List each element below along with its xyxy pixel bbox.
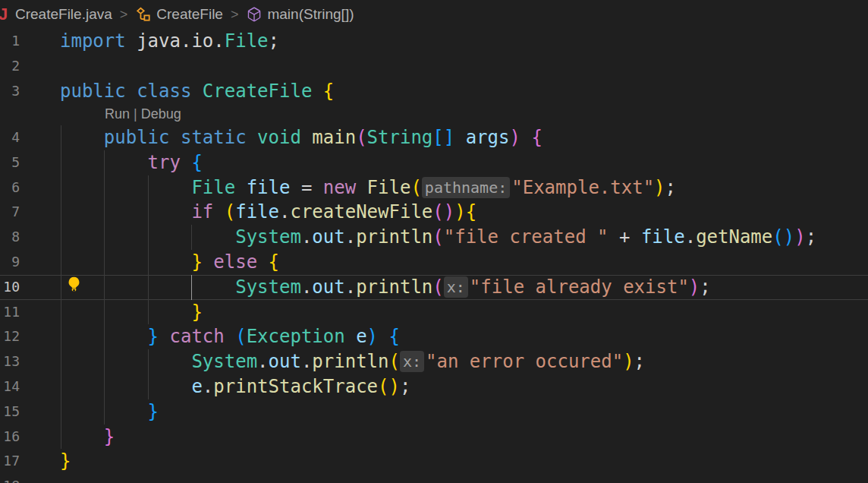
line-number: 16: [0, 425, 20, 450]
line-number: 17: [0, 449, 20, 474]
token-plain: .: [257, 351, 268, 372]
code-line: 5 try {: [0, 150, 868, 175]
code-text[interactable]: } else {: [60, 250, 279, 275]
codelens-separator: |: [130, 106, 141, 122]
token-plain: .: [685, 226, 696, 248]
codelens-run-link[interactable]: Run: [105, 106, 130, 122]
code-text[interactable]: if (file.createNewFile()){: [60, 200, 476, 225]
code-text[interactable]: public static void main(String[] args) {: [60, 125, 542, 150]
token-fn: File: [367, 177, 411, 198]
code-text[interactable]: }: [60, 399, 159, 425]
token-b2: ): [509, 127, 520, 148]
token-b2: (: [356, 127, 366, 148]
token-plain: [60, 251, 191, 273]
token-var: e: [191, 376, 202, 397]
code-line: 8 System.out.println("file created " + f…: [0, 225, 868, 250]
line-number: 1: [0, 29, 20, 54]
code-text[interactable]: File file = new File(pathname:"Example.t…: [60, 175, 676, 200]
token-b1: (: [389, 351, 400, 372]
token-fn: getName: [696, 226, 772, 248]
code-text[interactable]: System.out.println(x:"file already exist…: [60, 275, 711, 300]
code-line: 15 }: [0, 399, 868, 425]
breadcrumb-class[interactable]: CreateFile: [135, 6, 223, 23]
token-ctrl: else: [213, 251, 257, 273]
token-plain: +: [609, 226, 641, 248]
token-plain: [159, 326, 169, 347]
token-b2: (: [432, 276, 443, 298]
codelens-debug-link[interactable]: Debug: [141, 106, 181, 122]
token-b1: (: [378, 376, 388, 397]
token-fn: main: [312, 127, 356, 148]
line-number: 14: [0, 374, 20, 399]
token-plain: [60, 201, 191, 223]
token-b1: ): [623, 351, 634, 372]
token-plain: [301, 127, 312, 148]
token-plain: [60, 351, 191, 372]
token-var: file: [247, 177, 291, 198]
token-kw: public: [104, 127, 170, 148]
code-text[interactable]: System.out.println(x:"an error occured")…: [60, 349, 645, 374]
token-b1: }: [191, 251, 202, 273]
token-str: "Example.txt": [511, 177, 654, 198]
lightbulb-icon[interactable]: [65, 276, 83, 296]
token-plain: .: [301, 351, 312, 372]
token-plain: ;: [400, 376, 410, 397]
breadcrumb-file[interactable]: CreateFile.java: [15, 6, 112, 23]
token-var: out: [269, 351, 301, 372]
code-text[interactable]: try {: [60, 150, 203, 175]
token-kw: static: [181, 127, 247, 148]
token-plain: [257, 251, 268, 273]
token-plain: [60, 426, 104, 447]
token-plain: [520, 127, 531, 148]
token-var: out: [312, 226, 344, 248]
inlay-hint: x:: [400, 351, 424, 372]
line-number: 11: [0, 300, 20, 325]
token-plain: [60, 401, 148, 422]
token-ctrl: try: [148, 152, 181, 173]
token-plain: =: [290, 177, 322, 198]
code-text[interactable]: }: [60, 449, 71, 474]
token-plain: [213, 201, 224, 223]
symbol-method-icon: [246, 6, 263, 23]
code-text[interactable]: } catch (Exception e) {: [60, 324, 400, 349]
token-b1: {: [323, 80, 334, 102]
code-text[interactable]: System.out.println("file created " + fil…: [60, 225, 816, 250]
token-ctrl: if: [191, 201, 213, 223]
token-type: System: [235, 226, 301, 248]
codelens: Run | Debug: [0, 103, 868, 125]
token-plain: [60, 276, 235, 298]
token-kw: public: [60, 80, 126, 102]
token-plain: ;: [806, 226, 816, 248]
code-text[interactable]: }: [60, 300, 203, 325]
line-number: 9: [0, 250, 20, 275]
code-line: 14 e.printStackTrace();: [0, 374, 868, 399]
token-type: void: [257, 127, 301, 148]
token-b3: []: [432, 127, 454, 148]
line-number: 8: [0, 225, 20, 250]
token-kw: import: [60, 30, 126, 52]
token-type: System: [191, 351, 257, 372]
token-plain: [225, 326, 235, 347]
code-text[interactable]: public class CreateFile {: [60, 79, 334, 104]
token-type: System: [235, 276, 301, 298]
token-plain: ;: [634, 351, 645, 372]
code-line: 3public class CreateFile {: [0, 79, 868, 104]
token-b2: }: [104, 426, 115, 447]
token-b2: ): [689, 276, 700, 298]
token-plain: .: [301, 276, 312, 298]
breadcrumb-method[interactable]: main(String[]): [246, 6, 354, 23]
line-number: 3: [0, 79, 20, 104]
token-type: Exception: [247, 326, 345, 347]
line-number: 12: [0, 324, 20, 349]
code-text[interactable]: }: [60, 425, 115, 450]
token-b1: }: [191, 301, 202, 323]
token-var: out: [312, 276, 344, 298]
code-text[interactable]: import java.io.File;: [60, 29, 279, 54]
java-file-icon: J: [0, 5, 10, 24]
line-number: 18: [0, 474, 20, 483]
token-plain: [60, 177, 191, 198]
code-text[interactable]: e.printStackTrace();: [60, 374, 410, 399]
line-number: 7: [0, 200, 20, 225]
token-b1: }: [60, 450, 71, 472]
token-plain: [60, 326, 148, 347]
